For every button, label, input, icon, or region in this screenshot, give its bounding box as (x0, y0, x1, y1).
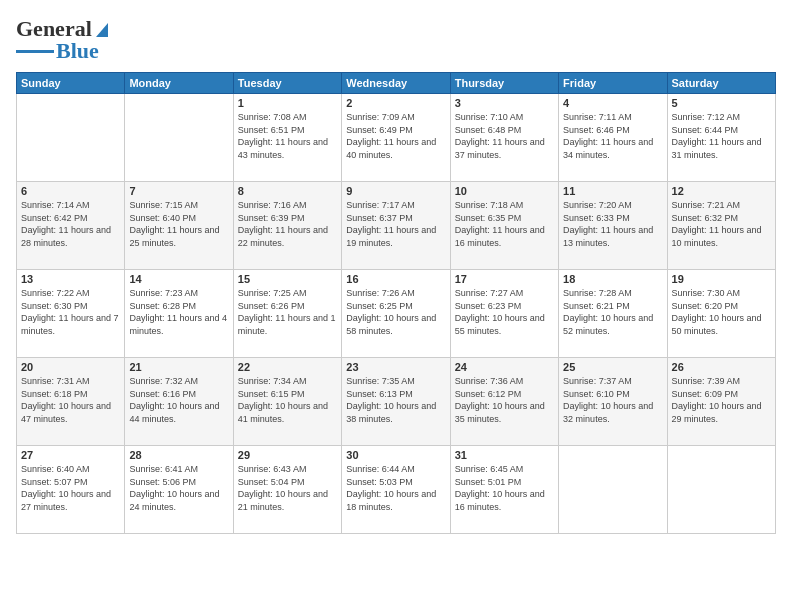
calendar-week-1: 1Sunrise: 7:08 AM Sunset: 6:51 PM Daylig… (17, 94, 776, 182)
day-info: Sunrise: 6:43 AM Sunset: 5:04 PM Dayligh… (238, 463, 337, 513)
calendar-cell (559, 446, 667, 534)
calendar-cell: 17Sunrise: 7:27 AM Sunset: 6:23 PM Dayli… (450, 270, 558, 358)
weekday-header-friday: Friday (559, 73, 667, 94)
weekday-header-saturday: Saturday (667, 73, 775, 94)
day-info: Sunrise: 7:23 AM Sunset: 6:28 PM Dayligh… (129, 287, 228, 337)
calendar-cell: 10Sunrise: 7:18 AM Sunset: 6:35 PM Dayli… (450, 182, 558, 270)
day-number: 25 (563, 361, 662, 373)
calendar-cell: 2Sunrise: 7:09 AM Sunset: 6:49 PM Daylig… (342, 94, 450, 182)
calendar-cell: 30Sunrise: 6:44 AM Sunset: 5:03 PM Dayli… (342, 446, 450, 534)
day-info: Sunrise: 7:14 AM Sunset: 6:42 PM Dayligh… (21, 199, 120, 249)
calendar-cell: 4Sunrise: 7:11 AM Sunset: 6:46 PM Daylig… (559, 94, 667, 182)
day-info: Sunrise: 7:25 AM Sunset: 6:26 PM Dayligh… (238, 287, 337, 337)
day-info: Sunrise: 7:08 AM Sunset: 6:51 PM Dayligh… (238, 111, 337, 161)
day-info: Sunrise: 7:30 AM Sunset: 6:20 PM Dayligh… (672, 287, 771, 337)
logo: General Blue (16, 16, 112, 64)
calendar-cell: 1Sunrise: 7:08 AM Sunset: 6:51 PM Daylig… (233, 94, 341, 182)
day-number: 30 (346, 449, 445, 461)
calendar-week-5: 27Sunrise: 6:40 AM Sunset: 5:07 PM Dayli… (17, 446, 776, 534)
header: General Blue (16, 16, 776, 64)
day-number: 6 (21, 185, 120, 197)
calendar-cell (17, 94, 125, 182)
day-number: 16 (346, 273, 445, 285)
weekday-header-sunday: Sunday (17, 73, 125, 94)
calendar-cell: 12Sunrise: 7:21 AM Sunset: 6:32 PM Dayli… (667, 182, 775, 270)
calendar-cell: 15Sunrise: 7:25 AM Sunset: 6:26 PM Dayli… (233, 270, 341, 358)
day-number: 9 (346, 185, 445, 197)
calendar-cell: 27Sunrise: 6:40 AM Sunset: 5:07 PM Dayli… (17, 446, 125, 534)
calendar-cell: 21Sunrise: 7:32 AM Sunset: 6:16 PM Dayli… (125, 358, 233, 446)
weekday-header-thursday: Thursday (450, 73, 558, 94)
calendar-cell (125, 94, 233, 182)
day-number: 27 (21, 449, 120, 461)
day-number: 23 (346, 361, 445, 373)
day-info: Sunrise: 7:39 AM Sunset: 6:09 PM Dayligh… (672, 375, 771, 425)
day-info: Sunrise: 7:27 AM Sunset: 6:23 PM Dayligh… (455, 287, 554, 337)
calendar-cell: 9Sunrise: 7:17 AM Sunset: 6:37 PM Daylig… (342, 182, 450, 270)
day-number: 4 (563, 97, 662, 109)
logo-triangle-icon (92, 19, 112, 39)
calendar-header-row: SundayMondayTuesdayWednesdayThursdayFrid… (17, 73, 776, 94)
calendar-cell: 29Sunrise: 6:43 AM Sunset: 5:04 PM Dayli… (233, 446, 341, 534)
day-number: 10 (455, 185, 554, 197)
day-info: Sunrise: 7:34 AM Sunset: 6:15 PM Dayligh… (238, 375, 337, 425)
page: General Blue SundayMondayTuesdayWednesda… (0, 0, 792, 612)
day-number: 13 (21, 273, 120, 285)
day-info: Sunrise: 7:10 AM Sunset: 6:48 PM Dayligh… (455, 111, 554, 161)
day-info: Sunrise: 6:40 AM Sunset: 5:07 PM Dayligh… (21, 463, 120, 513)
day-info: Sunrise: 7:15 AM Sunset: 6:40 PM Dayligh… (129, 199, 228, 249)
day-info: Sunrise: 7:16 AM Sunset: 6:39 PM Dayligh… (238, 199, 337, 249)
calendar-cell: 26Sunrise: 7:39 AM Sunset: 6:09 PM Dayli… (667, 358, 775, 446)
day-number: 21 (129, 361, 228, 373)
day-info: Sunrise: 7:35 AM Sunset: 6:13 PM Dayligh… (346, 375, 445, 425)
day-info: Sunrise: 6:45 AM Sunset: 5:01 PM Dayligh… (455, 463, 554, 513)
svg-marker-0 (96, 23, 108, 37)
day-number: 12 (672, 185, 771, 197)
day-number: 19 (672, 273, 771, 285)
weekday-header-monday: Monday (125, 73, 233, 94)
calendar-week-3: 13Sunrise: 7:22 AM Sunset: 6:30 PM Dayli… (17, 270, 776, 358)
calendar-cell: 19Sunrise: 7:30 AM Sunset: 6:20 PM Dayli… (667, 270, 775, 358)
day-info: Sunrise: 6:44 AM Sunset: 5:03 PM Dayligh… (346, 463, 445, 513)
day-number: 7 (129, 185, 228, 197)
calendar-cell: 6Sunrise: 7:14 AM Sunset: 6:42 PM Daylig… (17, 182, 125, 270)
day-number: 28 (129, 449, 228, 461)
calendar-cell: 11Sunrise: 7:20 AM Sunset: 6:33 PM Dayli… (559, 182, 667, 270)
day-info: Sunrise: 7:18 AM Sunset: 6:35 PM Dayligh… (455, 199, 554, 249)
calendar-cell: 3Sunrise: 7:10 AM Sunset: 6:48 PM Daylig… (450, 94, 558, 182)
day-info: Sunrise: 7:31 AM Sunset: 6:18 PM Dayligh… (21, 375, 120, 425)
calendar-cell: 20Sunrise: 7:31 AM Sunset: 6:18 PM Dayli… (17, 358, 125, 446)
day-number: 1 (238, 97, 337, 109)
day-info: Sunrise: 7:11 AM Sunset: 6:46 PM Dayligh… (563, 111, 662, 161)
day-number: 20 (21, 361, 120, 373)
calendar-cell: 28Sunrise: 6:41 AM Sunset: 5:06 PM Dayli… (125, 446, 233, 534)
day-info: Sunrise: 7:26 AM Sunset: 6:25 PM Dayligh… (346, 287, 445, 337)
day-number: 3 (455, 97, 554, 109)
day-number: 31 (455, 449, 554, 461)
calendar-cell: 5Sunrise: 7:12 AM Sunset: 6:44 PM Daylig… (667, 94, 775, 182)
calendar-cell: 14Sunrise: 7:23 AM Sunset: 6:28 PM Dayli… (125, 270, 233, 358)
day-info: Sunrise: 7:28 AM Sunset: 6:21 PM Dayligh… (563, 287, 662, 337)
day-number: 29 (238, 449, 337, 461)
day-number: 15 (238, 273, 337, 285)
day-info: Sunrise: 7:09 AM Sunset: 6:49 PM Dayligh… (346, 111, 445, 161)
day-info: Sunrise: 6:41 AM Sunset: 5:06 PM Dayligh… (129, 463, 228, 513)
calendar-cell: 23Sunrise: 7:35 AM Sunset: 6:13 PM Dayli… (342, 358, 450, 446)
day-number: 11 (563, 185, 662, 197)
calendar-cell: 8Sunrise: 7:16 AM Sunset: 6:39 PM Daylig… (233, 182, 341, 270)
calendar-cell (667, 446, 775, 534)
day-number: 22 (238, 361, 337, 373)
day-number: 5 (672, 97, 771, 109)
calendar-cell: 25Sunrise: 7:37 AM Sunset: 6:10 PM Dayli… (559, 358, 667, 446)
weekday-header-tuesday: Tuesday (233, 73, 341, 94)
day-info: Sunrise: 7:21 AM Sunset: 6:32 PM Dayligh… (672, 199, 771, 249)
calendar-cell: 24Sunrise: 7:36 AM Sunset: 6:12 PM Dayli… (450, 358, 558, 446)
day-info: Sunrise: 7:17 AM Sunset: 6:37 PM Dayligh… (346, 199, 445, 249)
calendar-cell: 7Sunrise: 7:15 AM Sunset: 6:40 PM Daylig… (125, 182, 233, 270)
day-number: 24 (455, 361, 554, 373)
day-number: 17 (455, 273, 554, 285)
calendar-cell: 13Sunrise: 7:22 AM Sunset: 6:30 PM Dayli… (17, 270, 125, 358)
calendar-cell: 16Sunrise: 7:26 AM Sunset: 6:25 PM Dayli… (342, 270, 450, 358)
calendar-cell: 22Sunrise: 7:34 AM Sunset: 6:15 PM Dayli… (233, 358, 341, 446)
day-info: Sunrise: 7:12 AM Sunset: 6:44 PM Dayligh… (672, 111, 771, 161)
